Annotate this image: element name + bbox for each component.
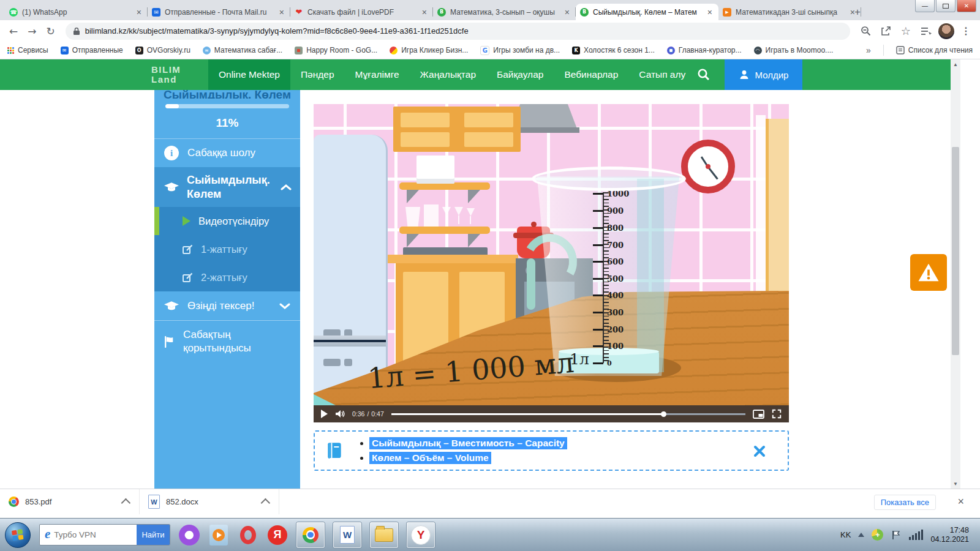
- video-progress-fill: [391, 413, 664, 415]
- tray-expand-icon[interactable]: [858, 533, 864, 537]
- volume-icon[interactable]: [335, 410, 345, 418]
- window-maximize-button[interactable]: [936, 0, 956, 12]
- tray-clock[interactable]: 17:48 04.12.2021: [930, 526, 969, 544]
- reading-list-icon[interactable]: [918, 26, 935, 36]
- tab-close-icon[interactable]: ×: [706, 7, 714, 17]
- chevron-up-icon[interactable]: [261, 498, 271, 508]
- tab-close-icon[interactable]: ×: [135, 7, 143, 17]
- tab-whatsapp[interactable]: ☎ (1) WhatsApp ×: [5, 4, 148, 20]
- taskbar-app-chrome[interactable]: [296, 522, 325, 548]
- taskbar-app-explorer[interactable]: [370, 522, 398, 548]
- reload-button[interactable]: ↻: [43, 25, 58, 37]
- window-minimize-button[interactable]: —: [915, 0, 935, 12]
- search-input[interactable]: Турбо VPN: [54, 530, 137, 539]
- forward-button[interactable]: →: [24, 25, 39, 37]
- progress-bar: [165, 104, 289, 108]
- tray-antivirus-icon[interactable]: +: [872, 529, 883, 541]
- bilimland-logo[interactable]: BILIM Land: [151, 65, 181, 84]
- chevron-up-icon[interactable]: [121, 498, 131, 508]
- nav-item-vebinarlar[interactable]: Вебинарлар: [554, 59, 628, 90]
- google-g-icon: G: [480, 46, 489, 55]
- start-button[interactable]: [5, 522, 31, 548]
- taskbar-app-yandex[interactable]: Я: [267, 525, 288, 545]
- avatar[interactable]: [938, 23, 954, 39]
- pip-icon[interactable]: [753, 410, 764, 419]
- bookmark-servicy[interactable]: Сервисы: [7, 46, 48, 54]
- bookmark-kliker[interactable]: Игра Кликер Бизн...: [390, 46, 468, 54]
- tray-network-icon[interactable]: [909, 530, 923, 540]
- download-item-pdf[interactable]: 853.pdf: [0, 489, 140, 514]
- video-progress-knob[interactable]: [661, 411, 666, 417]
- download-item-docx[interactable]: W 852.docx: [140, 489, 279, 514]
- share-icon[interactable]: [878, 26, 894, 36]
- show-all-downloads-button[interactable]: Показать все: [874, 495, 936, 510]
- bookmark-kurator[interactable]: Главная-куратор...: [667, 46, 742, 54]
- fullscreen-icon[interactable]: [772, 409, 782, 419]
- note-close-icon[interactable]: [753, 445, 766, 457]
- taskbar-app-alice[interactable]: [179, 525, 200, 545]
- video-player[interactable]: 1000 900 800 700 600 500 400 300 200 100…: [314, 104, 789, 422]
- bookmark-moomoo[interactable]: ◠ Играть в Moomoo....: [754, 46, 834, 54]
- glass: [424, 204, 439, 227]
- taskbar-app-opera[interactable]: [238, 525, 258, 545]
- scroll-down-icon[interactable]: ▼: [951, 479, 960, 489]
- sidebar-item-video-lesson[interactable]: Видеотүсіндіру: [154, 207, 300, 235]
- bookmark-happy-room[interactable]: Happy Room - GoG...: [295, 46, 377, 54]
- new-tab-button[interactable]: +: [850, 5, 865, 20]
- page-scrollbar[interactable]: ▲ ▼: [951, 59, 960, 489]
- taskbar-app-word[interactable]: W: [333, 522, 361, 548]
- tab-close-icon[interactable]: ×: [420, 7, 429, 17]
- sidebar-item-overview[interactable]: i Сабаққа шолу: [154, 138, 300, 167]
- play-button[interactable]: [321, 410, 328, 418]
- sidebar-item-summary[interactable]: Сабақтың қорытындысы: [154, 320, 300, 362]
- tab-bilimland-1[interactable]: B Математика, 3-сынып – оқушы ×: [433, 4, 576, 20]
- scroll-up-icon[interactable]: ▲: [951, 59, 960, 69]
- bookmark-star-icon[interactable]: ☆: [898, 24, 914, 38]
- bookmark-otpravlennye[interactable]: ✉ Отправленные: [61, 46, 123, 54]
- search-go-button[interactable]: Найти: [137, 525, 170, 545]
- taskbar-search-box[interactable]: e Турбо VPN Найти: [39, 524, 170, 545]
- wall-clock: [681, 140, 735, 193]
- sidebar-item-exercise-2[interactable]: 2-жаттығу: [154, 263, 300, 291]
- report-problem-button[interactable]: [910, 254, 947, 291]
- window-close-button[interactable]: ✕: [957, 0, 976, 12]
- browser-menu-icon[interactable]: ⋮: [958, 25, 974, 37]
- bookmark-ovgorskiy[interactable]: O OVGorskiy.ru: [135, 46, 190, 54]
- nav-item-pander[interactable]: Пәндер: [290, 59, 345, 90]
- sidebar-section-capacity-volume[interactable]: Сыйымдылық. Көлем: [154, 167, 300, 207]
- tray-flag-icon[interactable]: [891, 530, 902, 541]
- nav-item-zhanalyqtar[interactable]: Жаңалықтар: [410, 59, 486, 90]
- search-icon[interactable]: [697, 68, 710, 81]
- user-button[interactable]: Молдир: [725, 59, 802, 90]
- omnibox[interactable]: bilimland.kz/kk/subject/matematika/3-syn…: [66, 23, 850, 40]
- tab-bilimland-active[interactable]: B Сыйымдылық. Көлем – Матем ×: [576, 4, 718, 20]
- tab-videouroki[interactable]: ▶ Математикадан 3-ші сыныпқа ×: [718, 4, 861, 20]
- folder-icon: [375, 528, 393, 542]
- bookmark-matematika[interactable]: ≈ Математика сабағ...: [203, 46, 282, 54]
- taskbar-app-yandex-browser[interactable]: Y: [407, 522, 435, 548]
- sidebar-item-exercise-1[interactable]: 1-жаттығу: [154, 235, 300, 263]
- nav-item-satyp-alu[interactable]: Сатып алу: [628, 59, 696, 90]
- nav-item-online-mektep[interactable]: Online Mektep: [208, 59, 290, 90]
- reading-list-button[interactable]: Список для чтения: [896, 46, 973, 54]
- nav-item-mugalimge[interactable]: Мұғалімге: [345, 59, 410, 90]
- bookmark-holostyak[interactable]: K Холостяк 6 сезон 1...: [572, 46, 655, 54]
- downloads-close-icon[interactable]: ×: [957, 495, 964, 508]
- tab-mailru[interactable]: ✉ Отправленные - Почта Mail.ru ×: [148, 4, 290, 20]
- zoom-icon[interactable]: [858, 26, 874, 36]
- video-progress-bar[interactable]: [391, 413, 745, 415]
- tab-close-icon[interactable]: ×: [563, 7, 571, 17]
- bookmark-zombi[interactable]: G Игры зомби на дв...: [480, 46, 560, 55]
- back-button[interactable]: ←: [6, 25, 21, 37]
- bookmarks-overflow-button[interactable]: »: [866, 45, 871, 55]
- scroll-thumb[interactable]: [952, 147, 959, 355]
- tab-close-icon[interactable]: ×: [277, 7, 286, 17]
- sidebar-item-self-check[interactable]: Өзіңді тексер!: [154, 291, 300, 320]
- taskbar-app-media-player[interactable]: [208, 525, 229, 545]
- tab-title: Отправленные - Почта Mail.ru: [165, 8, 273, 17]
- windows-logo-icon: [12, 529, 24, 541]
- tab-ilovepdf[interactable]: ❤ Скачать файл | iLovePDF ×: [290, 4, 433, 20]
- time-display: 0:36/0:47: [352, 410, 384, 418]
- nav-item-baiqaular[interactable]: Байқаулар: [486, 59, 554, 90]
- tray-language[interactable]: KK: [840, 530, 851, 539]
